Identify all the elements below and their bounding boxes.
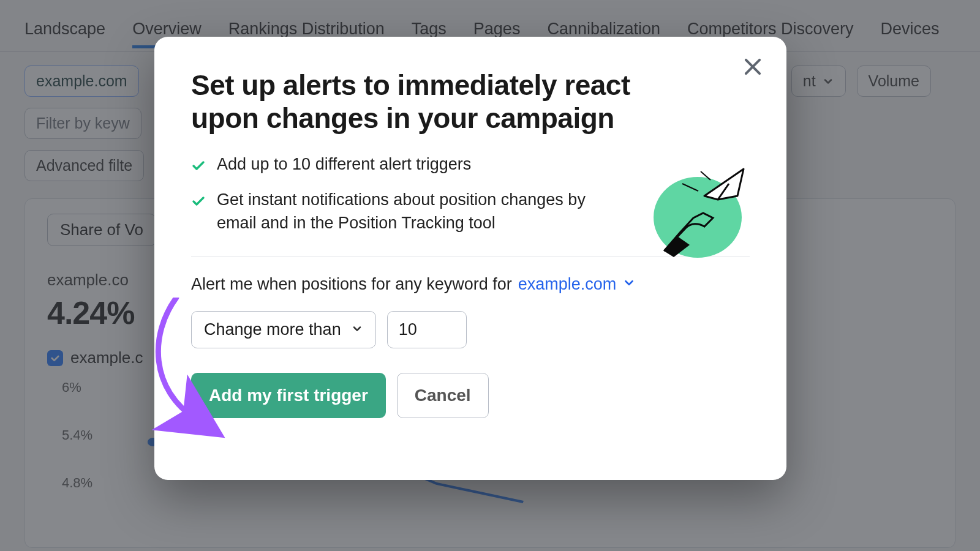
alert-sentence-prefix: Alert me when positions for any keyword … — [191, 275, 512, 294]
chevron-down-icon — [351, 320, 363, 339]
alert-sentence: Alert me when positions for any keyword … — [191, 275, 750, 294]
paper-plane-illustration — [646, 159, 750, 266]
check-icon — [191, 156, 206, 179]
check-icon — [191, 192, 206, 235]
close-button[interactable] — [741, 55, 764, 81]
modal-bullets: Add up to 10 different alert triggers Ge… — [191, 152, 627, 235]
cancel-button[interactable]: Cancel — [397, 373, 489, 418]
alerts-modal: Set up alerts to immediately react upon … — [154, 37, 786, 480]
bullet-text: Add up to 10 different alert triggers — [217, 152, 471, 179]
condition-label: Change more than — [204, 320, 341, 339]
condition-select[interactable]: Change more than — [191, 311, 376, 348]
bullet-text: Get instant notifications about position… — [217, 188, 627, 235]
threshold-input[interactable]: 10 — [387, 311, 467, 348]
chevron-down-icon — [622, 275, 636, 294]
threshold-value: 10 — [399, 320, 417, 339]
modal-title: Set up alerts to immediately react upon … — [191, 69, 676, 135]
add-trigger-button[interactable]: Add my first trigger — [191, 373, 386, 418]
alert-domain-select[interactable]: example.com — [518, 275, 636, 294]
alert-domain-label: example.com — [518, 275, 617, 294]
